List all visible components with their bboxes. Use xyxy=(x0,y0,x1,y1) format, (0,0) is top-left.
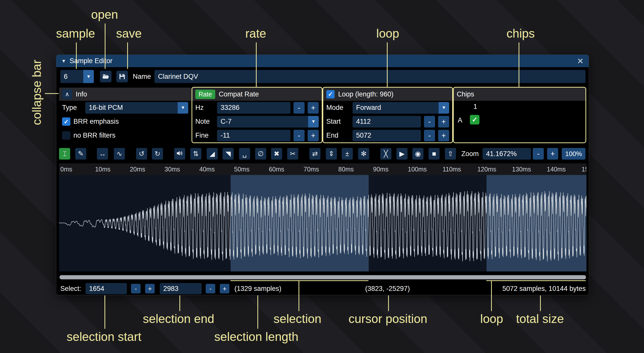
loop-start-increment-button[interactable]: + xyxy=(438,116,449,128)
scrollbar-thumb[interactable] xyxy=(60,275,586,279)
loop-end-decrement-button[interactable]: - xyxy=(424,130,435,141)
reverse-button[interactable]: ⇄ xyxy=(309,148,320,160)
select-mode-button[interactable]: ⌶ xyxy=(59,148,70,160)
loop-start-input[interactable]: 4112 xyxy=(353,116,421,128)
delete-button[interactable]: ✖ xyxy=(271,148,282,160)
horizontal-scrollbar[interactable] xyxy=(59,275,586,280)
loop-end-increment-button[interactable]: + xyxy=(438,130,449,141)
resample-icon: ∿ xyxy=(117,150,122,157)
fine-increment-button[interactable]: + xyxy=(308,130,319,141)
selection-length-text: (1329 samples) xyxy=(234,283,281,295)
chevron-up-icon: ∧ xyxy=(65,91,69,98)
ruler-label: 110ms xyxy=(443,166,461,173)
stop-preview-button[interactable]: ■ xyxy=(428,148,440,160)
resample-button[interactable]: ∿ xyxy=(114,148,125,160)
selection-end-decrement-button[interactable]: - xyxy=(206,284,215,293)
preview-selection-button[interactable]: ◉ xyxy=(412,148,423,160)
loop-mode-dropdown[interactable]: Forward ▼ xyxy=(353,102,449,114)
hz-increment-button[interactable]: + xyxy=(308,102,319,114)
ruler-label: 120ms xyxy=(477,166,496,173)
fade-in-button[interactable]: ◢ xyxy=(207,148,218,160)
selection-start-increment-button[interactable]: + xyxy=(145,284,155,293)
window-collapse-icon[interactable]: ▼ xyxy=(61,58,66,64)
zoom-in-button[interactable]: + xyxy=(547,148,558,160)
ruler-label: 140ms xyxy=(547,166,566,173)
crossfade-loop-button[interactable]: ╳ xyxy=(380,148,391,160)
insert-silence-button[interactable]: ␣ xyxy=(239,148,250,160)
info-header-label: Info xyxy=(76,90,87,98)
note-dropdown[interactable]: C-7 ▼ xyxy=(217,116,319,128)
apply-filter-button[interactable]: ✻ xyxy=(358,148,369,160)
loop-header-label: Loop (length: 960) xyxy=(338,90,393,98)
collapse-bar-button[interactable]: ∧ xyxy=(62,89,72,99)
trim-icon: ✂ xyxy=(290,150,296,157)
waveform-path xyxy=(59,191,586,261)
hz-decrement-button[interactable]: - xyxy=(293,102,305,114)
open-button[interactable] xyxy=(100,71,112,82)
selection-end-increment-button[interactable]: + xyxy=(220,284,229,293)
preview-icon: ▶ xyxy=(399,150,405,157)
zoom-out-button[interactable]: - xyxy=(533,148,544,160)
import-icon: ⇧ xyxy=(448,150,453,157)
fine-label: Fine xyxy=(195,132,214,139)
annotation-selection-bracket xyxy=(230,280,368,281)
import-button[interactable]: ⇧ xyxy=(445,148,456,160)
rate-header-label: Compat Rate xyxy=(219,90,259,98)
apply-silence-button[interactable]: ∅ xyxy=(255,148,266,160)
sample-selector[interactable]: 6 ▼ xyxy=(60,70,94,83)
undo-button[interactable]: ↺ xyxy=(136,148,147,160)
preview-button[interactable]: ▶ xyxy=(396,148,408,160)
selection-end-input[interactable]: 2983 xyxy=(160,283,202,294)
trim-button[interactable]: ✂ xyxy=(287,148,298,160)
loop-enable-checkbox[interactable]: ✓ xyxy=(326,90,335,98)
titlebar[interactable]: ▼ Sample Editor ✕ xyxy=(56,55,589,67)
selection-start-decrement-button[interactable]: - xyxy=(131,284,141,293)
note-value: C-7 xyxy=(221,118,232,125)
amplify-button[interactable] xyxy=(174,148,185,160)
annotation-selection-end: selection end xyxy=(143,312,214,326)
ruler-label: 70ms xyxy=(304,166,319,173)
annotation-total-size-line xyxy=(540,295,541,311)
sample-name-input[interactable]: Clarinet DQV xyxy=(154,70,585,83)
invert-icon: ⇕ xyxy=(329,150,334,157)
apply-silence-icon: ∅ xyxy=(258,150,264,157)
loop-end-input[interactable]: 5072 xyxy=(353,130,421,141)
chip-enable-checkbox[interactable]: ✓ xyxy=(470,115,479,124)
no-brr-filters-label: no BRR filters xyxy=(73,132,116,139)
annotation-sample: sample xyxy=(56,27,95,40)
invert-button[interactable]: ⇕ xyxy=(326,148,337,160)
resize-button[interactable]: ↔ xyxy=(97,148,108,160)
check-icon: ✓ xyxy=(64,118,69,125)
no-brr-filters-checkbox[interactable] xyxy=(62,131,70,140)
chips-section: Chips 1 A ✓ xyxy=(454,88,585,142)
draw-mode-button[interactable]: ✎ xyxy=(75,148,86,160)
fade-out-button[interactable]: ◥ xyxy=(223,148,234,160)
normalize-button[interactable]: ⇅ xyxy=(190,148,201,160)
fine-input[interactable]: -11 xyxy=(217,130,290,141)
resize-icon: ↔ xyxy=(99,150,106,157)
rate-header: Rate Compat Rate xyxy=(192,88,322,101)
signed-unsigned-button[interactable]: ± xyxy=(342,148,353,160)
info-header: ∧ Info xyxy=(59,88,191,101)
chevron-down-icon: ▼ xyxy=(178,102,188,114)
brr-emphasis-label: BRR emphasis xyxy=(73,118,119,125)
timeline-ruler: 0ms10ms20ms30ms40ms50ms60ms70ms80ms90ms1… xyxy=(59,163,586,175)
hz-label: Hz xyxy=(195,104,214,112)
brr-emphasis-checkbox[interactable]: ✓ xyxy=(62,117,70,126)
sample-type-dropdown[interactable]: 16-bit PCM ▼ xyxy=(85,102,188,114)
zoom-reset-button[interactable]: 100% xyxy=(562,148,585,160)
loop-start-decrement-button[interactable]: - xyxy=(424,116,435,128)
zoom-input[interactable]: 41.1672% xyxy=(482,148,531,160)
annotation-chips: chips xyxy=(506,27,535,40)
close-icon[interactable]: ✕ xyxy=(577,57,584,65)
waveform-view[interactable] xyxy=(59,175,586,271)
annotation-open: open xyxy=(91,8,118,21)
draw-mode-icon: ✎ xyxy=(78,150,84,157)
sample-type-value: 16-bit PCM xyxy=(89,104,123,112)
selection-start-input[interactable]: 1654 xyxy=(86,283,127,294)
hz-input[interactable]: 33286 xyxy=(217,102,290,114)
fine-decrement-button[interactable]: - xyxy=(293,130,305,141)
save-button[interactable] xyxy=(116,71,128,82)
redo-button[interactable]: ↻ xyxy=(152,148,163,160)
ruler-label: 40ms xyxy=(199,166,215,173)
